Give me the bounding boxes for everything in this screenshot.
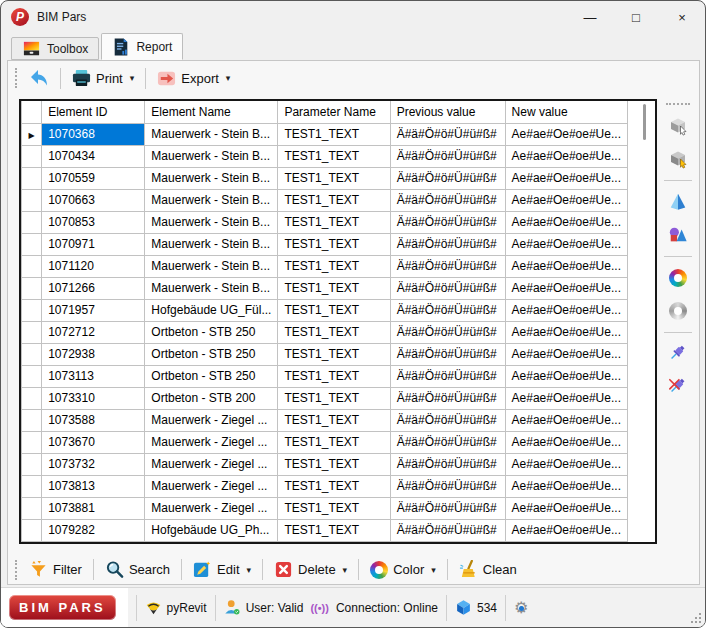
cell-element-id[interactable]: 1070971 xyxy=(42,233,145,255)
vertical-scrollbar[interactable] xyxy=(643,104,646,140)
cell-element-name[interactable]: Mauerwerk - Ziegel ... xyxy=(145,453,278,475)
cell-previous-value[interactable]: Ä#ä#Ö#ö#Ü#ü#ß# xyxy=(390,255,505,277)
cell-new-value[interactable]: Ae#ae#Oe#oe#Ue... xyxy=(505,189,627,211)
settings-button[interactable]: ⚙ xyxy=(514,600,528,616)
cell-element-name[interactable]: Ortbeton - STB 250 xyxy=(145,343,278,365)
unpin-button[interactable] xyxy=(666,375,690,399)
cell-new-value[interactable]: Ae#ae#Oe#oe#Ue... xyxy=(505,453,627,475)
cell-element-id[interactable]: 1073310 xyxy=(42,387,145,409)
row-header-cell[interactable] xyxy=(22,343,42,365)
cell-element-name[interactable]: Mauerwerk - Stein B... xyxy=(145,277,278,299)
cell-previous-value[interactable]: Ä#ä#Ö#ö#Ü#ü#ß# xyxy=(390,145,505,167)
cell-previous-value[interactable]: Ä#ä#Ö#ö#Ü#ü#ß# xyxy=(390,343,505,365)
row-header-cell[interactable] xyxy=(22,299,42,321)
cell-element-id[interactable]: 1071120 xyxy=(42,255,145,277)
cell-new-value[interactable]: Ae#ae#Oe#oe#Ue... xyxy=(505,277,627,299)
cell-element-name[interactable]: Ortbeton - STB 200 xyxy=(145,387,278,409)
cell-element-id[interactable]: 1071957 xyxy=(42,299,145,321)
cell-previous-value[interactable]: Ä#ä#Ö#ö#Ü#ü#ß# xyxy=(390,321,505,343)
cell-element-name[interactable]: Ortbeton - STB 250 xyxy=(145,365,278,387)
edit-button[interactable]: Edit ▾ xyxy=(187,557,257,582)
row-header-cell[interactable] xyxy=(22,365,42,387)
cell-element-name[interactable]: Mauerwerk - Stein B... xyxy=(145,123,278,145)
toolbar-grip[interactable] xyxy=(15,560,17,580)
grid-corner-cell[interactable] xyxy=(22,101,42,123)
cell-new-value[interactable]: Ae#ae#Oe#oe#Ue... xyxy=(505,475,627,497)
cell-new-value[interactable]: Ae#ae#Oe#oe#Ue... xyxy=(505,233,627,255)
clean-button[interactable]: Clean xyxy=(453,557,523,582)
cell-new-value[interactable]: Ae#ae#Oe#oe#Ue... xyxy=(505,365,627,387)
row-header-cell[interactable] xyxy=(22,321,42,343)
cell-new-value[interactable]: Ae#ae#Oe#oe#Ue... xyxy=(505,387,627,409)
cell-parameter-name[interactable]: TEST1_TEXT xyxy=(278,475,390,497)
isolate-element-button[interactable] xyxy=(666,190,690,214)
toolbar-grip[interactable] xyxy=(15,68,17,88)
cell-parameter-name[interactable]: TEST1_TEXT xyxy=(278,321,390,343)
cell-element-name[interactable]: Mauerwerk - Ziegel ... xyxy=(145,409,278,431)
cell-previous-value[interactable]: Ä#ä#Ö#ö#Ü#ü#ß# xyxy=(390,365,505,387)
row-header-cell[interactable] xyxy=(22,145,42,167)
cell-element-id[interactable]: 1079282 xyxy=(42,519,145,541)
row-header-cell[interactable] xyxy=(22,167,42,189)
column-header[interactable]: Previous value xyxy=(390,101,505,123)
cell-new-value[interactable]: Ae#ae#Oe#oe#Ue... xyxy=(505,211,627,233)
cell-parameter-name[interactable]: TEST1_TEXT xyxy=(278,277,390,299)
colorize-button[interactable] xyxy=(666,266,690,290)
close-button[interactable]: × xyxy=(659,1,705,33)
cell-element-name[interactable]: Hofgebäude UG_Ph... xyxy=(145,519,278,541)
row-header-cell[interactable]: ▶ xyxy=(22,123,42,145)
row-header-cell[interactable] xyxy=(22,387,42,409)
cell-previous-value[interactable]: Ä#ä#Ö#ö#Ü#ü#ß# xyxy=(390,475,505,497)
cell-parameter-name[interactable]: TEST1_TEXT xyxy=(278,255,390,277)
cell-new-value[interactable]: Ae#ae#Oe#oe#Ue... xyxy=(505,255,627,277)
row-header-cell[interactable] xyxy=(22,255,42,277)
cell-element-id[interactable]: 1070559 xyxy=(42,167,145,189)
resize-grip[interactable] xyxy=(690,612,701,623)
brand-badge[interactable]: BIM PARS xyxy=(9,595,116,620)
cell-element-id[interactable]: 1073881 xyxy=(42,497,145,519)
cell-element-name[interactable]: Mauerwerk - Ziegel ... xyxy=(145,475,278,497)
cell-element-name[interactable]: Mauerwerk - Stein B... xyxy=(145,167,278,189)
cell-element-name[interactable]: Ortbeton - STB 250 xyxy=(145,321,278,343)
row-header-cell[interactable] xyxy=(22,453,42,475)
row-header-cell[interactable] xyxy=(22,519,42,541)
cell-element-id[interactable]: 1072938 xyxy=(42,343,145,365)
cell-element-name[interactable]: Hofgebäude UG_Fül... xyxy=(145,299,278,321)
cell-element-id[interactable]: 1071266 xyxy=(42,277,145,299)
cell-new-value[interactable]: Ae#ae#Oe#oe#Ue... xyxy=(505,299,627,321)
cell-previous-value[interactable]: Ä#ä#Ö#ö#Ü#ü#ß# xyxy=(390,233,505,255)
cell-new-value[interactable]: Ae#ae#Oe#oe#Ue... xyxy=(505,519,627,541)
cell-new-value[interactable]: Ae#ae#Oe#oe#Ue... xyxy=(505,409,627,431)
cell-element-id[interactable]: 1073113 xyxy=(42,365,145,387)
cell-previous-value[interactable]: Ä#ä#Ö#ö#Ü#ü#ß# xyxy=(390,123,505,145)
sidebar-grip[interactable] xyxy=(666,103,690,105)
column-header[interactable]: Element Name xyxy=(145,101,278,123)
cell-previous-value[interactable]: Ä#ä#Ö#ö#Ü#ü#ß# xyxy=(390,189,505,211)
cell-previous-value[interactable]: Ä#ä#Ö#ö#Ü#ü#ß# xyxy=(390,277,505,299)
cell-new-value[interactable]: Ae#ae#Oe#oe#Ue... xyxy=(505,123,627,145)
cell-parameter-name[interactable]: TEST1_TEXT xyxy=(278,211,390,233)
minimize-button[interactable]: — xyxy=(567,1,613,33)
cell-parameter-name[interactable]: TEST1_TEXT xyxy=(278,343,390,365)
uncolorize-button[interactable] xyxy=(666,299,690,323)
cell-parameter-name[interactable]: TEST1_TEXT xyxy=(278,365,390,387)
cell-element-id[interactable]: 1073588 xyxy=(42,409,145,431)
cell-previous-value[interactable]: Ä#ä#Ö#ö#Ü#ü#ß# xyxy=(390,453,505,475)
cell-element-id[interactable]: 1070368 xyxy=(42,123,145,145)
cell-element-id[interactable]: 1070434 xyxy=(42,145,145,167)
cell-element-id[interactable]: 1073813 xyxy=(42,475,145,497)
cell-parameter-name[interactable]: TEST1_TEXT xyxy=(278,123,390,145)
row-header-cell[interactable] xyxy=(22,211,42,233)
cell-element-id[interactable]: 1073670 xyxy=(42,431,145,453)
show-elements-button[interactable] xyxy=(666,223,690,247)
export-button[interactable]: Export ▾ xyxy=(151,66,236,91)
row-header-cell[interactable] xyxy=(22,431,42,453)
cell-element-id[interactable]: 1070663 xyxy=(42,189,145,211)
cell-element-id[interactable]: 1072712 xyxy=(42,321,145,343)
cell-parameter-name[interactable]: TEST1_TEXT xyxy=(278,189,390,211)
cell-new-value[interactable]: Ae#ae#Oe#oe#Ue... xyxy=(505,145,627,167)
cell-element-id[interactable]: 1073732 xyxy=(42,453,145,475)
row-header-cell[interactable] xyxy=(22,277,42,299)
cell-new-value[interactable]: Ae#ae#Oe#oe#Ue... xyxy=(505,167,627,189)
cell-previous-value[interactable]: Ä#ä#Ö#ö#Ü#ü#ß# xyxy=(390,431,505,453)
